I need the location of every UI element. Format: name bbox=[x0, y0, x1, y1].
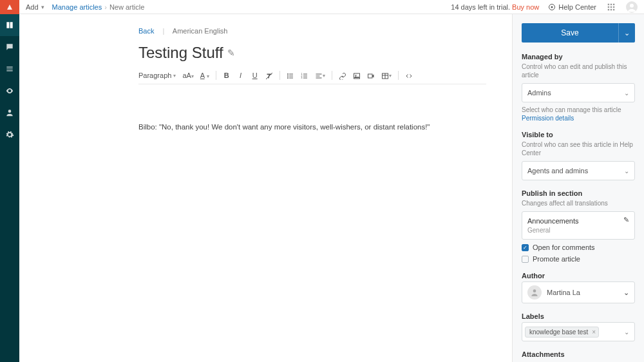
article-body[interactable]: Bilbo: "No, thank you! We don't want any… bbox=[138, 123, 486, 131]
svg-text:3: 3 bbox=[301, 77, 302, 79]
chevron-down-icon: ⌄ bbox=[624, 90, 629, 97]
brand-logo[interactable] bbox=[0, 0, 19, 14]
managed-by-title: Managed by bbox=[522, 53, 635, 61]
svg-marker-0 bbox=[7, 5, 12, 10]
table-button[interactable]: ▾ bbox=[381, 71, 392, 79]
chevron-down-icon: ⌄ bbox=[623, 289, 629, 297]
svg-rect-21 bbox=[303, 73, 307, 74]
svg-rect-9 bbox=[608, 8, 609, 10]
pencil-icon: ✎ bbox=[623, 216, 629, 224]
svg-rect-22 bbox=[303, 75, 307, 76]
svg-point-13 bbox=[630, 3, 634, 7]
svg-point-17 bbox=[287, 75, 289, 77]
number-list-button[interactable]: 123 bbox=[301, 71, 308, 79]
checkbox-unchecked-icon bbox=[522, 256, 529, 263]
back-link[interactable]: Back bbox=[138, 27, 154, 35]
user-avatar[interactable] bbox=[626, 1, 638, 13]
nav-settings-icon[interactable] bbox=[0, 124, 19, 146]
author-select[interactable]: Martina La ⌄ bbox=[522, 281, 635, 303]
italic-button[interactable]: I bbox=[237, 71, 245, 79]
svg-rect-8 bbox=[613, 6, 614, 7]
svg-point-36 bbox=[533, 289, 536, 292]
top-bar: Add ▾ Manage articles › New article 14 d… bbox=[19, 0, 644, 14]
svg-point-15 bbox=[287, 73, 289, 75]
svg-rect-10 bbox=[611, 8, 612, 10]
video-button[interactable] bbox=[367, 71, 375, 79]
remove-tag-icon[interactable]: × bbox=[592, 329, 596, 336]
svg-rect-28 bbox=[316, 75, 319, 76]
label-tag: knowledge base test × bbox=[525, 327, 599, 338]
align-button[interactable]: ▾ bbox=[315, 71, 325, 79]
text-color-button[interactable]: A ▾ bbox=[200, 71, 209, 79]
nav-users-icon[interactable] bbox=[0, 102, 19, 124]
visible-to-sub: Control who can see this article in Help… bbox=[522, 140, 635, 157]
promote-article-checkbox[interactable]: Promote article bbox=[522, 255, 635, 263]
svg-rect-7 bbox=[611, 6, 612, 7]
publish-title: Publish in section bbox=[522, 189, 635, 197]
format-paragraph-select[interactable]: Paragraph▾ bbox=[138, 71, 176, 79]
managed-by-hint: Select who can manage this article bbox=[522, 106, 621, 113]
labels-input[interactable]: knowledge base test × ⌄ bbox=[522, 322, 635, 341]
open-comments-checkbox[interactable]: ✓ Open for comments bbox=[522, 243, 635, 251]
right-sidebar: Save ⌄ Managed by Control who can edit a… bbox=[512, 14, 644, 362]
svg-rect-29 bbox=[316, 77, 321, 78]
svg-rect-18 bbox=[289, 75, 293, 76]
breadcrumb-separator: › bbox=[104, 3, 107, 11]
nav-articles-icon[interactable] bbox=[0, 14, 19, 36]
save-dropdown-button[interactable]: ⌄ bbox=[618, 23, 635, 43]
permission-details-link[interactable]: Permission details bbox=[522, 115, 635, 122]
bullet-list-button[interactable] bbox=[287, 71, 294, 79]
checkbox-checked-icon: ✓ bbox=[522, 244, 529, 251]
code-button[interactable] bbox=[405, 71, 413, 79]
edit-title-icon[interactable]: ✎ bbox=[227, 48, 235, 58]
bold-button[interactable]: B bbox=[223, 71, 231, 79]
nav-arrange-icon[interactable] bbox=[0, 58, 19, 80]
svg-rect-23 bbox=[303, 77, 307, 78]
apps-icon[interactable] bbox=[605, 1, 617, 13]
svg-rect-5 bbox=[613, 3, 614, 5]
chevron-down-icon: ⌄ bbox=[624, 329, 629, 336]
editor-area: Back | American English Testing Stuff ✎ … bbox=[19, 14, 512, 362]
svg-rect-6 bbox=[608, 6, 609, 7]
svg-point-2 bbox=[551, 6, 553, 8]
publish-section-select[interactable]: Announcements General ✎ bbox=[522, 211, 635, 240]
breadcrumb-current: New article bbox=[109, 3, 144, 11]
add-button[interactable]: Add ▾ bbox=[26, 3, 44, 11]
add-label: Add bbox=[26, 3, 39, 11]
visible-to-select[interactable]: Agents and admins ⌄ bbox=[522, 161, 635, 180]
svg-rect-27 bbox=[316, 73, 321, 74]
nav-posts-icon[interactable] bbox=[0, 36, 19, 58]
editor-toolbar: Paragraph▾ aA▾ A ▾ B I U 123 ▾ bbox=[138, 71, 486, 84]
svg-point-31 bbox=[355, 75, 356, 76]
managed-by-select[interactable]: Admins ⌄ bbox=[522, 83, 635, 102]
nav-moderate-icon[interactable] bbox=[0, 80, 19, 102]
managed-by-sub: Control who can edit and publish this ar… bbox=[522, 62, 635, 79]
publish-sub: Changes affect all translations bbox=[522, 199, 635, 207]
trial-notice: 14 days left in trial. Buy now bbox=[451, 3, 539, 11]
buy-now-link[interactable]: Buy now bbox=[512, 3, 539, 11]
svg-rect-11 bbox=[613, 8, 614, 10]
link-button[interactable] bbox=[339, 71, 346, 79]
svg-rect-20 bbox=[289, 77, 293, 78]
image-button[interactable] bbox=[353, 71, 361, 79]
clear-format-button[interactable] bbox=[265, 71, 273, 79]
underline-button[interactable]: U bbox=[251, 71, 259, 79]
avatar-icon bbox=[527, 285, 542, 300]
visible-to-title: Visible to bbox=[522, 131, 635, 138]
svg-rect-3 bbox=[608, 3, 609, 5]
article-title[interactable]: Testing Stuff bbox=[138, 44, 223, 62]
svg-rect-32 bbox=[368, 74, 372, 78]
locale-label[interactable]: American English bbox=[173, 27, 228, 35]
svg-rect-4 bbox=[611, 3, 612, 5]
help-center-link[interactable]: Help Center bbox=[548, 3, 596, 11]
svg-rect-16 bbox=[289, 73, 293, 74]
font-size-button[interactable]: aA▾ bbox=[182, 71, 193, 79]
breadcrumb-manage-articles[interactable]: Manage articles bbox=[52, 3, 102, 11]
labels-title: Labels bbox=[522, 312, 635, 320]
attachments-title: Attachments bbox=[522, 350, 635, 358]
left-nav-rail bbox=[0, 0, 19, 362]
save-button[interactable]: Save bbox=[522, 23, 618, 43]
author-title: Author bbox=[522, 272, 635, 280]
chevron-down-icon: ⌄ bbox=[624, 167, 629, 175]
chevron-down-icon: ▾ bbox=[41, 4, 44, 10]
